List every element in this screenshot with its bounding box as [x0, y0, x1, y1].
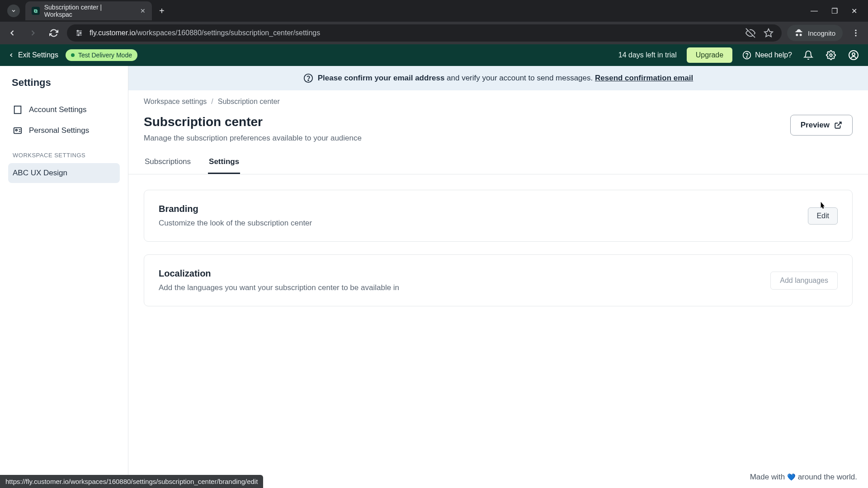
sidebar-item-workspace[interactable]: ABC UX Design [8, 163, 120, 183]
tab-settings[interactable]: Settings [208, 153, 240, 174]
page-title: Subscription center [144, 115, 362, 129]
sidebar-title: Settings [8, 77, 120, 89]
svg-point-13 [830, 54, 832, 56]
account-avatar-button[interactable] [847, 49, 860, 61]
sidebar-label: ABC UX Design [13, 169, 67, 178]
svg-marker-7 [764, 29, 773, 37]
test-mode-pill[interactable]: Test Delivery Mode [66, 49, 137, 61]
resend-confirmation-link[interactable]: Resend confirmation email [595, 74, 693, 82]
tab-subscriptions[interactable]: Subscriptions [144, 153, 192, 174]
reload-button[interactable] [46, 25, 61, 41]
favicon-icon: ⧉ [32, 7, 40, 15]
main-content: Please confirm your email address and ve… [128, 66, 868, 488]
exit-settings-link[interactable]: Exit Settings [8, 51, 58, 59]
back-button[interactable] [5, 25, 20, 41]
sidebar-item-personal[interactable]: Personal Settings [8, 120, 120, 141]
tabs: Subscriptions Settings [128, 143, 868, 174]
localization-desc: Add the languages you want your subscrip… [159, 283, 399, 292]
svg-point-8 [855, 30, 856, 31]
svg-rect-16 [14, 106, 21, 114]
preview-button[interactable]: Preview [790, 115, 853, 136]
url-text: fly.customer.io/workspaces/160880/settin… [90, 29, 320, 37]
help-icon [742, 51, 751, 60]
svg-point-9 [855, 32, 856, 33]
svg-point-15 [852, 53, 855, 56]
sidebar-item-account[interactable]: Account Settings [8, 99, 120, 120]
localization-title: Localization [159, 268, 399, 279]
svg-point-3 [77, 30, 79, 32]
svg-point-12 [746, 56, 747, 57]
browser-toolbar: fly.customer.io/workspaces/160880/settin… [0, 22, 868, 44]
tab-search-dropdown[interactable] [7, 5, 20, 17]
breadcrumb-separator: / [211, 98, 213, 106]
preview-label: Preview [801, 121, 830, 130]
svg-rect-21 [14, 128, 22, 134]
external-link-icon [834, 121, 842, 129]
svg-point-10 [855, 35, 856, 36]
browser-titlebar: ⧉ Subscription center | Workspac ✕ + — ❐… [0, 0, 868, 22]
tab-title: Subscription center | Workspac [44, 4, 130, 18]
close-window-icon[interactable]: ✕ [851, 7, 857, 15]
new-tab-button[interactable]: + [159, 6, 165, 16]
edit-branding-button[interactable]: Edit [808, 207, 838, 225]
svg-point-5 [78, 34, 79, 36]
breadcrumb-current: Subscription center [218, 98, 280, 106]
tab-close-icon[interactable]: ✕ [140, 7, 146, 14]
browser-tab[interactable]: ⧉ Subscription center | Workspac ✕ [25, 1, 152, 20]
upgrade-button[interactable]: Upgrade [687, 47, 732, 63]
incognito-icon [794, 28, 803, 38]
breadcrumb-root[interactable]: Workspace settings [144, 98, 207, 106]
app-page: Exit Settings Test Delivery Mode 14 days… [0, 44, 868, 488]
maximize-icon[interactable]: ❐ [831, 7, 838, 15]
svg-point-4 [80, 33, 81, 34]
status-bar-url: https://fly.customer.io/workspaces/16088… [0, 475, 263, 488]
exit-label: Exit Settings [18, 51, 58, 59]
browser-menu-button[interactable] [848, 25, 863, 41]
branding-desc: Customize the look of the subscription c… [159, 219, 312, 228]
banner-text: Please confirm your email address and ve… [318, 74, 693, 83]
bookmark-star-icon[interactable] [764, 28, 774, 38]
help-label: Need help? [755, 51, 792, 59]
branding-title: Branding [159, 204, 312, 214]
trial-status: 14 days left in trial [618, 51, 677, 59]
breadcrumb: Workspace settings / Subscription center [128, 90, 868, 106]
address-bar[interactable]: fly.customer.io/workspaces/160880/settin… [67, 24, 782, 42]
building-icon [13, 105, 23, 115]
notifications-button[interactable] [802, 49, 815, 61]
add-languages-button[interactable]: Add languages [770, 272, 838, 290]
svg-point-22 [15, 129, 17, 131]
page-subtitle: Manage the subscription preferences avai… [144, 134, 362, 143]
svg-point-24 [308, 80, 309, 81]
window-controls: — ❐ ✕ [811, 7, 864, 15]
sidebar-label: Account Settings [29, 105, 87, 114]
confirm-email-banner: Please confirm your email address and ve… [128, 66, 868, 90]
info-icon [303, 73, 313, 83]
minimize-icon[interactable]: — [811, 7, 818, 15]
svg-line-25 [838, 122, 841, 126]
app-topbar: Exit Settings Test Delivery Mode 14 days… [0, 44, 868, 66]
settings-gear-button[interactable] [825, 49, 837, 61]
footer-text: Made with 💙 around the world. [750, 473, 857, 482]
incognito-label: Incognito [808, 29, 835, 37]
test-mode-label: Test Delivery Mode [78, 52, 132, 59]
branding-card: Branding Customize the look of the subsc… [144, 190, 853, 242]
chevron-left-icon [8, 52, 14, 58]
incognito-indicator[interactable]: Incognito [787, 25, 843, 41]
localization-card: Localization Add the languages you want … [144, 254, 853, 306]
help-link[interactable]: Need help? [742, 51, 792, 60]
eye-off-icon[interactable] [745, 28, 755, 38]
sidebar-heading-workspace: WORKSPACE SETTINGS [13, 152, 120, 159]
sidebar-label: Personal Settings [29, 126, 89, 135]
settings-sidebar: Settings Account Settings Personal Setti… [0, 66, 128, 488]
site-settings-icon[interactable] [75, 29, 83, 37]
forward-button[interactable] [25, 25, 41, 41]
id-card-icon [13, 126, 23, 136]
